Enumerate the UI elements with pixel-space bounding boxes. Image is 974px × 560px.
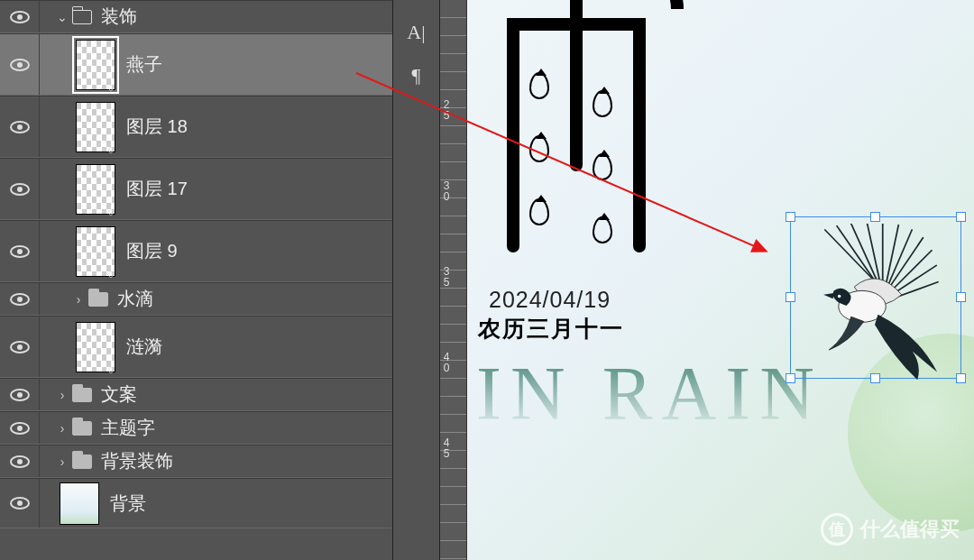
rain-glyph	[480, 0, 678, 262]
visibility-toggle[interactable]	[0, 479, 40, 528]
paragraph-tool-icon[interactable]: ¶	[399, 58, 435, 94]
layer-name: 背景	[110, 491, 392, 516]
layer-thumbnail[interactable]: ◇	[76, 164, 115, 215]
eye-icon	[10, 422, 30, 435]
visibility-toggle[interactable]	[0, 317, 40, 377]
eye-icon	[10, 389, 30, 401]
watermark-icon: 值	[821, 513, 853, 546]
svg-line-0	[825, 230, 874, 280]
watermark-text: 什么值得买	[860, 516, 960, 543]
layer-group-bg-deco[interactable]: › 背景装饰	[0, 445, 392, 478]
layer-group-theme-text[interactable]: › 主题字	[0, 411, 392, 445]
layer-group-decoration[interactable]: ⌄ 装饰	[0, 0, 392, 33]
layer-thumbnail[interactable]: ◇	[76, 226, 115, 277]
visibility-toggle[interactable]	[0, 445, 40, 477]
chevron-right-icon[interactable]: ›	[72, 292, 85, 307]
layer-name: 图层 9	[126, 239, 392, 263]
transform-handle[interactable]	[786, 212, 795, 222]
layer-name: 图层 18	[126, 115, 392, 139]
layer-name: 燕子	[126, 52, 392, 77]
layer-thumbnail[interactable]: ◇	[76, 322, 115, 372]
layers-panel[interactable]: ⌄ 装饰 ◇ 燕子 ◇ 图层 18 ◇ 图层 17 ◇ 图层 9	[0, 0, 393, 560]
layer-swallow[interactable]: ◇ 燕子	[0, 33, 392, 96]
eye-icon	[10, 341, 30, 353]
eye-icon	[10, 121, 30, 133]
watermark: 值 什么值得买	[821, 513, 960, 546]
ruler-tick: 30	[442, 180, 451, 202]
chevron-right-icon[interactable]: ›	[56, 454, 69, 469]
layer-name: 装饰	[101, 5, 392, 29]
ruler-tick: 45	[442, 437, 451, 459]
layer-thumbnail[interactable]: ◇	[76, 40, 115, 90]
transform-handle[interactable]	[786, 373, 795, 383]
visibility-toggle[interactable]	[0, 283, 40, 315]
eye-icon	[10, 293, 30, 306]
visibility-toggle[interactable]	[0, 221, 40, 281]
layer-name: 文案	[101, 382, 392, 407]
visibility-toggle[interactable]	[0, 412, 40, 444]
chevron-down-icon[interactable]: ⌄	[56, 10, 69, 24]
layer-background[interactable]: 背景	[0, 478, 392, 528]
folder-icon	[72, 388, 92, 402]
tool-strip: A| ¶	[393, 0, 440, 560]
folder-icon	[72, 10, 92, 24]
eye-icon	[10, 59, 30, 71]
visibility-toggle[interactable]	[0, 379, 40, 410]
visibility-toggle[interactable]	[0, 96, 40, 157]
layer-ripple[interactable]: ◇ 涟漪	[0, 316, 392, 378]
eye-icon	[10, 183, 30, 196]
folder-icon	[72, 421, 92, 436]
transform-handle[interactable]	[786, 292, 795, 302]
layer-thumbnail[interactable]	[60, 482, 99, 525]
canvas[interactable]: 2024/04/19 农历三月十一 IN RAIN	[467, 0, 974, 560]
layer-name: 涟漪	[126, 335, 392, 359]
vertical-ruler[interactable]: 25 30 35 40 45	[440, 0, 467, 560]
layer-group-waterdrop[interactable]: › 水滴	[0, 282, 392, 316]
chevron-right-icon[interactable]: ›	[56, 421, 69, 436]
layer-9[interactable]: ◇ 图层 9	[0, 220, 392, 282]
svg-point-12	[838, 295, 841, 298]
ruler-tick: 40	[442, 352, 451, 373]
ruler-tick: 35	[442, 266, 451, 288]
folder-icon	[72, 454, 92, 469]
layer-name: 主题字	[101, 416, 392, 440]
folder-icon	[88, 292, 108, 307]
layer-name: 图层 17	[126, 177, 392, 201]
transform-handle[interactable]	[956, 373, 966, 383]
eye-icon	[10, 455, 30, 468]
layer-17[interactable]: ◇ 图层 17	[0, 158, 392, 220]
layer-name: 背景装饰	[101, 449, 392, 473]
visibility-toggle[interactable]	[0, 34, 40, 95]
eye-icon	[10, 11, 30, 23]
eye-icon	[10, 497, 30, 510]
visibility-toggle[interactable]	[0, 1, 40, 32]
date-text: 2024/04/19	[489, 287, 611, 313]
eye-icon	[10, 245, 30, 258]
transform-handle[interactable]	[956, 212, 966, 222]
chevron-right-icon[interactable]: ›	[56, 388, 69, 402]
layer-18[interactable]: ◇ 图层 18	[0, 96, 392, 158]
lunar-date-text: 农历三月十一	[478, 314, 624, 344]
layer-name: 水滴	[117, 287, 392, 311]
title-english: IN RAIN	[476, 350, 823, 437]
visibility-toggle[interactable]	[0, 159, 40, 219]
transform-handle[interactable]	[870, 212, 880, 222]
transform-handle[interactable]	[956, 292, 966, 302]
layer-group-copywriting[interactable]: › 文案	[0, 378, 392, 411]
type-tool-icon[interactable]: A|	[399, 14, 435, 50]
swallow-bird[interactable]	[799, 224, 957, 381]
layer-thumbnail[interactable]: ◇	[76, 102, 115, 152]
